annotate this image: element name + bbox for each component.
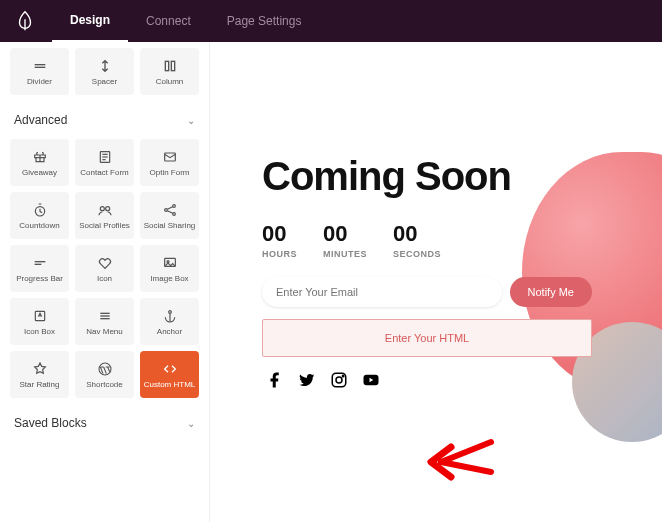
block-anchor[interactable]: Anchor [140,298,199,345]
wordpress-icon [97,361,113,377]
section-advanced[interactable]: Advanced ⌄ [10,101,199,133]
page-canvas[interactable]: Coming Soon 00 HOURS 00 MINUTES 00 SECON… [210,42,662,522]
block-shortcode[interactable]: Shortcode [75,351,134,398]
countdown-seconds-label: SECONDS [393,249,441,259]
column-icon [162,58,178,74]
block-label: Countdown [19,221,59,230]
anchor-icon [162,308,178,324]
contact-form-icon [97,149,113,165]
block-image-box[interactable]: Image Box [140,245,199,292]
block-label: Social Sharing [144,221,196,230]
svg-rect-2 [165,61,168,70]
block-label: Optin Form [149,168,189,177]
block-custom-html[interactable]: Custom HTML [140,351,199,398]
image-box-icon [162,255,178,271]
optin-form-icon [162,149,178,165]
youtube-icon[interactable] [362,371,380,389]
countdown-widget[interactable]: 00 HOURS 00 MINUTES 00 SECONDS [262,221,592,259]
heart-icon [97,255,113,271]
facebook-icon[interactable] [266,371,284,389]
star-icon [32,361,48,377]
svg-point-27 [342,375,344,377]
block-label: Contact Form [80,168,128,177]
block-contact-form[interactable]: Contact Form [75,139,134,186]
block-label: Progress Bar [16,274,63,283]
social-icons-row[interactable] [266,371,592,389]
block-label: Shortcode [86,380,122,389]
tab-connect[interactable]: Connect [128,0,209,42]
block-social-sharing[interactable]: Social Sharing [140,192,199,239]
blocks-sidebar: Divider Spacer Column Advanced ⌄ Giveawa… [0,42,210,522]
block-star-rating[interactable]: Star Rating [10,351,69,398]
nav-menu-icon [97,308,113,324]
block-label: Column [156,77,184,86]
chevron-down-icon: ⌄ [187,115,195,126]
block-label: Social Profiles [79,221,130,230]
block-label: Nav Menu [86,327,122,336]
svg-point-14 [172,212,175,215]
tab-design[interactable]: Design [52,0,128,42]
countdown-hours-value: 00 [262,221,297,247]
block-countdown[interactable]: Countdown [10,192,69,239]
block-icon[interactable]: Icon [75,245,134,292]
block-label: Anchor [157,327,182,336]
custom-html-placeholder[interactable]: Enter Your HTML [262,319,592,357]
chevron-down-icon: ⌄ [187,418,195,429]
tab-page-settings[interactable]: Page Settings [209,0,320,42]
giveaway-icon [32,149,48,165]
countdown-hours-label: HOURS [262,249,297,259]
social-profiles-icon [97,202,113,218]
block-label: Divider [27,77,52,86]
block-column[interactable]: Column [140,48,199,95]
section-title: Saved Blocks [14,416,87,430]
seedprod-logo-icon [10,6,40,36]
svg-point-12 [164,208,167,211]
instagram-icon[interactable] [330,371,348,389]
countdown-minutes-label: MINUTES [323,249,367,259]
block-label: Icon [97,274,112,283]
countdown-minutes-value: 00 [323,221,367,247]
divider-icon [32,58,48,74]
optin-form[interactable]: Notify Me [262,277,592,307]
section-saved-blocks[interactable]: Saved Blocks ⌄ [10,404,199,436]
twitter-icon[interactable] [298,371,316,389]
countdown-icon [32,202,48,218]
email-input[interactable] [262,277,502,307]
notify-button[interactable]: Notify Me [510,277,592,307]
block-label: Custom HTML [144,380,196,389]
countdown-seconds-value: 00 [393,221,441,247]
block-label: Spacer [92,77,117,86]
code-icon [162,361,178,377]
svg-point-11 [105,206,109,210]
block-giveaway[interactable]: Giveaway [10,139,69,186]
section-title: Advanced [14,113,67,127]
block-nav-menu[interactable]: Nav Menu [75,298,134,345]
block-label: Star Rating [19,380,59,389]
top-tabs: Design Connect Page Settings [52,0,319,42]
svg-point-10 [100,206,104,210]
annotation-arrow [426,432,496,482]
icon-box-icon [32,308,48,324]
block-spacer[interactable]: Spacer [75,48,134,95]
block-label: Icon Box [24,327,55,336]
block-optin-form[interactable]: Optin Form [140,139,199,186]
topbar: Design Connect Page Settings [0,0,662,42]
block-icon-box[interactable]: Icon Box [10,298,69,345]
block-progress-bar[interactable]: Progress Bar [10,245,69,292]
block-label: Giveaway [22,168,57,177]
svg-point-23 [168,310,171,313]
progress-bar-icon [32,255,48,271]
block-divider[interactable]: Divider [10,48,69,95]
svg-rect-3 [171,61,174,70]
spacer-icon [97,58,113,74]
svg-point-26 [336,377,342,383]
block-label: Image Box [150,274,188,283]
svg-point-13 [172,204,175,207]
social-sharing-icon [162,202,178,218]
page-headline[interactable]: Coming Soon [262,154,592,199]
block-social-profiles[interactable]: Social Profiles [75,192,134,239]
